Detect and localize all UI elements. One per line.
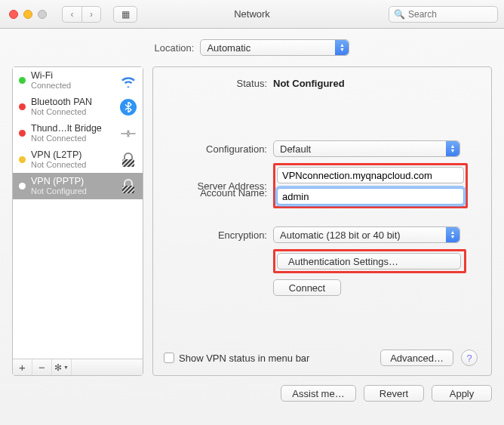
service-status: Not Connected: [31, 134, 113, 143]
gear-icon: ✻: [54, 362, 62, 373]
chevron-left-icon: ‹: [71, 9, 74, 20]
checkbox-icon: [164, 353, 174, 363]
account-name-input[interactable]: [277, 188, 464, 205]
chevron-right-icon: ›: [90, 9, 93, 20]
authentication-settings-button[interactable]: Authentication Settings…: [277, 253, 461, 269]
lock-icon: [118, 152, 138, 168]
search-input[interactable]: [408, 9, 493, 20]
chevron-updown-icon: ▲▼: [446, 227, 459, 242]
configuration-select[interactable]: Default ▲▼: [273, 140, 460, 157]
wifi-icon: [118, 72, 138, 89]
thunderbolt-bridge-icon: [118, 125, 138, 142]
status-dot: [19, 77, 26, 84]
chevron-updown-icon: ▲▼: [446, 141, 459, 156]
apply-button[interactable]: Apply: [432, 385, 492, 402]
encryption-label: Encryption:: [164, 229, 273, 241]
service-status: Connected: [31, 81, 113, 91]
sidebar-footer: + − ✻▼: [13, 359, 143, 375]
add-service-button[interactable]: +: [13, 359, 32, 375]
window-controls: [6, 10, 47, 19]
service-name: VPN (PPTP): [31, 176, 113, 186]
status-dot: [19, 130, 26, 137]
search-icon: 🔍: [394, 9, 405, 20]
bluetooth-icon: [118, 99, 138, 115]
service-name: Thund…lt Bridge: [31, 123, 113, 134]
encryption-value: Automatic (128 bit or 40 bit): [280, 229, 401, 241]
remove-service-button[interactable]: −: [32, 359, 52, 375]
status-dot: [19, 183, 26, 189]
location-value: Automatic: [207, 42, 250, 54]
services-sidebar: Wi-Fi Connected Bluetooth PAN Not Connec…: [12, 66, 143, 376]
svg-rect-0: [122, 159, 134, 167]
service-wifi[interactable]: Wi-Fi Connected: [13, 67, 143, 94]
show-all-button[interactable]: ▦: [113, 6, 137, 23]
service-vpn-l2tp[interactable]: VPN (L2TP) Not Connected: [13, 146, 143, 173]
forward-button[interactable]: ›: [81, 6, 101, 23]
location-select[interactable]: Automatic ▲▼: [200, 39, 349, 56]
search-field[interactable]: 🔍: [389, 6, 498, 23]
svg-rect-3: [122, 186, 134, 193]
back-button[interactable]: ‹: [62, 6, 81, 23]
server-address-input[interactable]: [277, 167, 464, 183]
show-vpn-status-checkbox[interactable]: Show VPN status in menu bar: [164, 353, 309, 364]
help-icon: ?: [466, 353, 472, 364]
advanced-button[interactable]: Advanced…: [380, 350, 453, 366]
main-pane: Status: Not Configured Configuration: De…: [152, 66, 492, 376]
service-status: Not Connected: [31, 160, 113, 170]
footer: Assist me… Revert Apply: [12, 376, 492, 402]
status-dot: [19, 156, 26, 163]
revert-button[interactable]: Revert: [364, 385, 424, 402]
zoom-button[interactable]: [38, 10, 47, 19]
configuration-label: Configuration:: [164, 143, 273, 155]
status-value: Not Configured: [273, 78, 478, 89]
service-actions-menu[interactable]: ✻▼: [52, 359, 72, 375]
location-label: Location:: [155, 42, 195, 54]
close-button[interactable]: [9, 10, 18, 19]
connect-button[interactable]: Connect: [273, 279, 341, 296]
help-button[interactable]: ?: [461, 350, 478, 366]
show-vpn-status-label: Show VPN status in menu bar: [179, 353, 309, 364]
service-thunderbolt-bridge[interactable]: Thund…lt Bridge Not Connected: [13, 120, 143, 146]
encryption-select[interactable]: Automatic (128 bit or 40 bit) ▲▼: [273, 226, 460, 243]
service-name: Bluetooth PAN: [31, 97, 113, 107]
service-status: Not Connected: [31, 107, 113, 117]
service-vpn-pptp[interactable]: VPN (PPTP) Not Configured: [13, 173, 143, 199]
minus-icon: −: [38, 361, 45, 374]
account-name-label: Account Name:: [164, 187, 273, 199]
grid-icon: ▦: [121, 9, 130, 20]
minimize-button[interactable]: [23, 10, 32, 19]
services-list: Wi-Fi Connected Bluetooth PAN Not Connec…: [13, 67, 143, 359]
lock-icon: [118, 178, 138, 195]
assist-me-button[interactable]: Assist me…: [281, 385, 356, 402]
chevron-updown-icon: ▲▼: [335, 40, 349, 55]
service-status: Not Configured: [31, 186, 113, 196]
service-name: VPN (L2TP): [31, 149, 113, 160]
highlight-server-account: [273, 163, 468, 208]
status-dot: [19, 103, 26, 110]
service-name: Wi-Fi: [31, 70, 113, 81]
highlight-auth-settings: Authentication Settings…: [273, 249, 466, 273]
content: Location: Automatic ▲▼ Wi-Fi Connected: [0, 29, 504, 425]
plus-icon: +: [19, 361, 26, 374]
location-row: Location: Automatic ▲▼: [12, 39, 492, 56]
chevron-down-icon: ▼: [63, 365, 69, 370]
service-bluetooth-pan[interactable]: Bluetooth PAN Not Connected: [13, 94, 143, 120]
status-label: Status:: [164, 78, 273, 89]
configuration-value: Default: [280, 143, 311, 155]
nav-buttons: ‹ ›: [62, 6, 101, 23]
titlebar: ‹ › ▦ Network 🔍: [0, 0, 504, 29]
